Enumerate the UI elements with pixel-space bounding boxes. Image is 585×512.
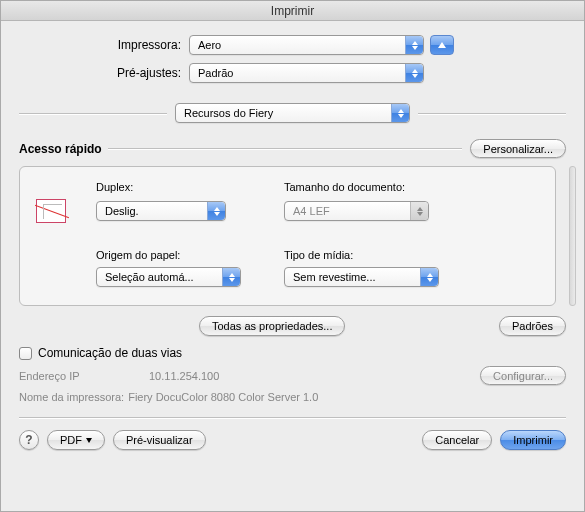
papersource-value: Seleção automá... xyxy=(105,271,194,283)
ip-label: Endereço IP xyxy=(19,370,149,382)
preview-label: Pré-visualizar xyxy=(126,434,193,446)
section-row: Recursos do Fiery xyxy=(19,103,566,123)
chevron-down-icon xyxy=(86,438,92,443)
printer-row: Impressora: Aero xyxy=(19,35,566,55)
two-way-label: Comunicação de duas vias xyxy=(38,346,182,360)
dialog-content: Impressora: Aero Pré-ajustes: Padrão xyxy=(1,21,584,511)
all-properties-label: Todas as propriedades... xyxy=(212,320,332,332)
mediatype-value: Sem revestime... xyxy=(293,271,376,283)
titlebar: Imprimir xyxy=(1,1,584,21)
triangle-up-icon xyxy=(438,42,446,48)
pdf-label: PDF xyxy=(60,434,82,446)
two-way-row: Comunicação de duas vias xyxy=(19,346,566,360)
docsize-select: A4 LEF xyxy=(284,201,429,221)
duplex-label: Duplex: xyxy=(96,181,266,193)
section-select[interactable]: Recursos do Fiery xyxy=(175,103,410,123)
duplex-value: Deslig. xyxy=(105,205,139,217)
printer-label: Impressora: xyxy=(19,38,189,52)
footer: ? PDF Pré-visualizar Cancelar Imprimir xyxy=(19,430,566,450)
print-dialog: Imprimir Impressora: Aero Pré-ajustes: P… xyxy=(0,0,585,512)
presets-label: Pré-ajustes: xyxy=(19,66,189,80)
footer-divider xyxy=(19,417,566,418)
printer-name-value: Fiery DocuColor 8080 Color Server 1.0 xyxy=(128,391,318,403)
updown-icon xyxy=(207,202,225,220)
printer-name-row: Nome da impressora: Fiery DocuColor 8080… xyxy=(19,391,566,403)
duplex-off-icon xyxy=(36,199,66,223)
panel-scrollbar[interactable] xyxy=(569,166,576,306)
section-select-value: Recursos do Fiery xyxy=(184,107,273,119)
quickaccess-title: Acesso rápido xyxy=(19,142,108,156)
preview-button[interactable]: Pré-visualizar xyxy=(113,430,206,450)
quickaccess-panel: Duplex: Tamanho do documento: Deslig. A4… xyxy=(19,166,556,306)
updown-icon xyxy=(222,268,240,286)
window-title: Imprimir xyxy=(271,4,314,18)
presets-row: Pré-ajustes: Padrão xyxy=(19,63,566,83)
cancel-label: Cancelar xyxy=(435,434,479,446)
customize-button[interactable]: Personalizar... xyxy=(470,139,566,158)
defaults-label: Padrões xyxy=(512,320,553,332)
printer-select-value: Aero xyxy=(198,39,221,51)
papersource-label: Origem do papel: xyxy=(96,249,266,261)
updown-icon xyxy=(405,64,423,82)
disclosure-button[interactable] xyxy=(430,35,454,55)
divider xyxy=(19,113,167,114)
configure-button[interactable]: Configurar... xyxy=(480,366,566,385)
papersource-select[interactable]: Seleção automá... xyxy=(96,267,241,287)
print-label: Imprimir xyxy=(513,434,553,446)
presets-select[interactable]: Padrão xyxy=(189,63,424,83)
help-button[interactable]: ? xyxy=(19,430,39,450)
two-way-checkbox[interactable] xyxy=(19,347,32,360)
docsize-label: Tamanho do documento: xyxy=(284,181,539,193)
updown-icon xyxy=(410,202,428,220)
mediatype-select[interactable]: Sem revestime... xyxy=(284,267,439,287)
quickaccess-grid: Duplex: Tamanho do documento: Deslig. A4… xyxy=(36,181,539,287)
ip-row: Endereço IP 10.11.254.100 Configurar... xyxy=(19,366,566,385)
printer-name-label: Nome da impressora: xyxy=(19,391,124,403)
divider xyxy=(108,148,463,149)
updown-icon xyxy=(391,104,409,122)
configure-label: Configurar... xyxy=(493,370,553,382)
all-properties-button[interactable]: Todas as propriedades... xyxy=(199,316,345,336)
divider xyxy=(418,113,566,114)
updown-icon xyxy=(405,36,423,54)
updown-icon xyxy=(420,268,438,286)
below-panel-row: Todas as propriedades... Padrões xyxy=(19,316,566,336)
printer-select[interactable]: Aero xyxy=(189,35,424,55)
ip-value: 10.11.254.100 xyxy=(149,370,219,382)
docsize-value: A4 LEF xyxy=(293,205,330,217)
pdf-menu-button[interactable]: PDF xyxy=(47,430,105,450)
print-button[interactable]: Imprimir xyxy=(500,430,566,450)
mediatype-label: Tipo de mídia: xyxy=(284,249,539,261)
quickaccess-panel-wrapper: Duplex: Tamanho do documento: Deslig. A4… xyxy=(19,166,566,306)
customize-label: Personalizar... xyxy=(483,143,553,155)
cancel-button[interactable]: Cancelar xyxy=(422,430,492,450)
defaults-button[interactable]: Padrões xyxy=(499,316,566,336)
duplex-select[interactable]: Deslig. xyxy=(96,201,226,221)
presets-select-value: Padrão xyxy=(198,67,233,79)
help-icon: ? xyxy=(25,433,32,447)
quickaccess-header: Acesso rápido Personalizar... xyxy=(19,139,566,158)
